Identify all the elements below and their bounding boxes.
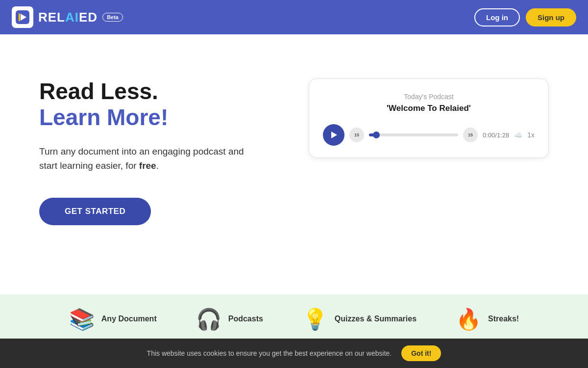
main-content: Read Less. Learn More! Turn any document… bbox=[0, 34, 588, 294]
progress-bar[interactable] bbox=[369, 133, 458, 136]
fire-icon: 🔥 bbox=[456, 307, 481, 331]
header-buttons: Log in Sign up bbox=[474, 8, 576, 26]
hero-description: Turn any document into an engaging podca… bbox=[39, 144, 255, 173]
bulb-icon: 💡 bbox=[302, 307, 328, 331]
hero-left: Read Less. Learn More! Turn any document… bbox=[39, 74, 279, 225]
cookie-banner: This website uses cookies to ensure you … bbox=[0, 339, 588, 368]
feature-streaks-label: Streaks! bbox=[488, 315, 519, 323]
beta-badge: Beta bbox=[102, 13, 123, 22]
feature-any-document: 📚 Any Document bbox=[69, 307, 157, 331]
hero-title-line2: Learn More! bbox=[39, 105, 279, 131]
login-button[interactable]: Log in bbox=[474, 8, 520, 26]
svg-marker-3 bbox=[331, 131, 337, 138]
free-text: free bbox=[139, 160, 156, 171]
podcast-title: 'Welcome To Relaied' bbox=[323, 104, 535, 113]
cloud-icon: ☁️ bbox=[514, 131, 522, 139]
feature-podcasts: 🎧 Podcasts bbox=[196, 307, 263, 331]
logo-text: RELAIED bbox=[38, 10, 98, 25]
svg-rect-2 bbox=[19, 13, 20, 21]
audio-player: 15 15 0:00/1:28 ☁️ 1x bbox=[323, 124, 535, 146]
feature-any-document-label: Any Document bbox=[101, 315, 157, 323]
play-button[interactable] bbox=[323, 124, 344, 146]
header: RELAIED Beta Log in Sign up bbox=[0, 0, 588, 34]
signup-button[interactable]: Sign up bbox=[526, 8, 576, 26]
podcast-label: Today's Podcast bbox=[323, 93, 535, 101]
time-display: 0:00/1:28 bbox=[483, 131, 509, 139]
cookie-message: This website uses cookies to ensure you … bbox=[147, 349, 392, 357]
feature-quizzes: 💡 Quizzes & Summaries bbox=[302, 307, 416, 331]
books-icon: 📚 bbox=[69, 307, 95, 331]
podcast-card: Today's Podcast 'Welcome To Relaied' 15 … bbox=[309, 79, 549, 158]
get-started-button[interactable]: GET STARTED bbox=[39, 198, 151, 225]
logo-icon bbox=[12, 6, 33, 28]
feature-quizzes-label: Quizzes & Summaries bbox=[335, 315, 416, 323]
progress-dot bbox=[373, 131, 380, 138]
features-section: 📚 Any Document 🎧 Podcasts 💡 Quizzes & Su… bbox=[0, 294, 588, 343]
hero-title-line1: Read Less. bbox=[39, 79, 279, 105]
skip-forward-button[interactable]: 15 bbox=[463, 128, 478, 142]
feature-podcasts-label: Podcasts bbox=[228, 315, 263, 323]
logo-area: RELAIED Beta bbox=[12, 6, 123, 28]
feature-streaks: 🔥 Streaks! bbox=[456, 307, 519, 331]
headphones-icon: 🎧 bbox=[196, 307, 221, 331]
got-it-button[interactable]: Got it! bbox=[401, 345, 441, 361]
skip-back-button[interactable]: 15 bbox=[349, 128, 364, 142]
speed-button[interactable]: 1x bbox=[527, 131, 535, 139]
